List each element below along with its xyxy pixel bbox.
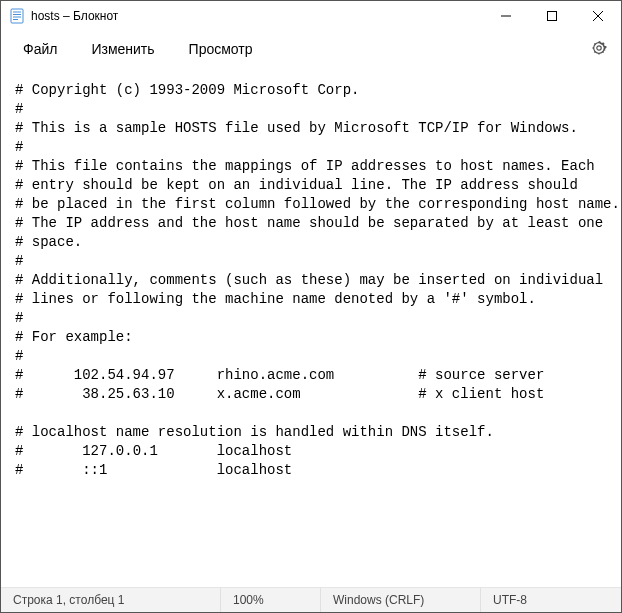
status-caret-position: Строка 1, столбец 1 <box>1 588 221 612</box>
svg-point-10 <box>597 45 601 49</box>
notepad-icon <box>9 8 25 24</box>
text-editor[interactable]: # Copyright (c) 1993-2009 Microsoft Corp… <box>1 67 621 587</box>
menu-file[interactable]: Файл <box>13 37 67 61</box>
menu-view[interactable]: Просмотр <box>179 37 263 61</box>
window-title: hosts – Блокнот <box>31 9 118 23</box>
window-controls <box>483 1 621 31</box>
svg-line-15 <box>594 43 595 44</box>
svg-line-17 <box>603 43 604 44</box>
svg-rect-0 <box>11 9 23 23</box>
statusbar: Строка 1, столбец 1 100% Windows (CRLF) … <box>1 587 621 612</box>
window: hosts – Блокнот Файл Изменить Просмотр <box>0 0 622 613</box>
titlebar: hosts – Блокнот <box>1 1 621 31</box>
svg-line-18 <box>594 51 595 52</box>
gear-icon <box>591 40 607 59</box>
menubar: Файл Изменить Просмотр <box>1 31 621 67</box>
close-button[interactable] <box>575 1 621 31</box>
maximize-button[interactable] <box>529 1 575 31</box>
svg-line-16 <box>603 51 604 52</box>
minimize-button[interactable] <box>483 1 529 31</box>
menu-edit[interactable]: Изменить <box>81 37 164 61</box>
status-encoding: UTF-8 <box>481 588 621 612</box>
settings-button[interactable] <box>585 35 613 63</box>
status-line-ending: Windows (CRLF) <box>321 588 481 612</box>
svg-rect-6 <box>548 12 557 21</box>
status-zoom: 100% <box>221 588 321 612</box>
